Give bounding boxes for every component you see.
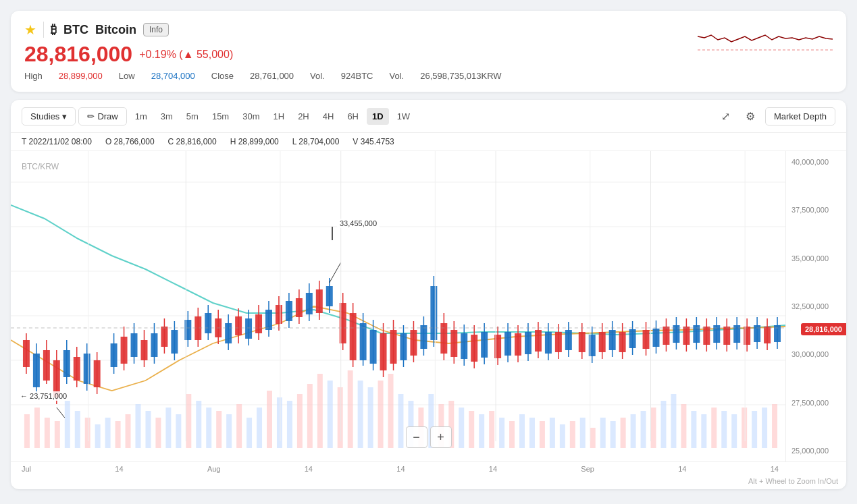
svg-rect-55 [509,421,515,448]
vertical-divider [43,22,44,38]
draw-label: Draw [97,111,118,121]
studies-button[interactable]: Studies ▾ [22,107,76,125]
svg-line-229 [330,262,341,283]
draw-icon: ✏ [87,111,95,121]
info-button[interactable]: Info [143,23,169,36]
current-price-badge: 28,816,000 [801,323,846,335]
market-depth-button[interactable]: Market Depth [765,107,835,125]
svg-rect-11 [65,401,70,448]
svg-rect-51 [469,411,474,448]
ohlcv-T: T 2022/11/02 08:00 [22,137,92,146]
svg-rect-79 [752,411,757,448]
low-value: 28,704,000 [151,71,195,81]
chart-card: Studies ▾ ✏ Draw 1m 3m 5m 15m 30m 1H 2H … [11,100,846,489]
x-label-14c: 14 [489,465,497,473]
x-label-14b: 14 [305,465,313,473]
min-price-label: ← 23,751,000 [18,391,70,401]
expand-icon-btn[interactable]: ⤢ [717,107,735,125]
change-pct: +0.19% [139,49,176,60]
settings-icon-btn[interactable]: ⚙ [741,107,760,125]
svg-rect-69 [651,408,656,448]
star-icon[interactable]: ★ [24,22,36,38]
tf-6h[interactable]: 6H [342,108,364,125]
high-label: High [24,71,43,81]
draw-button[interactable]: ✏ Draw [78,107,126,125]
ohlcv-L: L 28,704,000 [292,137,340,146]
peak-arrow [332,227,333,240]
toolbar-right: ⤢ ⚙ Market Depth [717,107,835,125]
chart-canvas-area[interactable]: BTC/KRW [11,151,846,461]
x-label-aug: Aug [207,465,221,473]
svg-rect-15 [105,418,111,448]
svg-rect-26 [216,411,222,448]
ohlcv-bar: T 2022/11/02 08:00 O 28,766,000 C 28,816… [11,133,846,151]
mini-sparkline [698,23,833,63]
svg-rect-36 [317,374,323,448]
tf-5m[interactable]: 5m [181,108,204,125]
tf-15m[interactable]: 15m [207,108,234,125]
x-label-jul: Jul [22,465,31,473]
svg-rect-16 [115,421,121,448]
svg-rect-43 [388,374,394,448]
svg-rect-40 [358,381,363,448]
svg-rect-18 [136,404,141,448]
svg-rect-39 [348,370,353,448]
price-stats: High 28,899,000 Low 28,704,000 Close 28,… [24,71,833,81]
tf-1m[interactable]: 1m [130,108,153,125]
tf-4h[interactable]: 4H [317,108,340,125]
btc-icon: ₿ [51,23,57,37]
x-label-14a: 14 [115,465,123,473]
svg-rect-57 [529,418,535,448]
svg-rect-76 [721,411,727,448]
svg-rect-42 [378,381,384,448]
svg-rect-62 [580,418,586,448]
y-label-4: 32,500,000 [791,302,841,310]
tf-2h[interactable]: 2H [292,108,315,125]
y-label-3: 35,000,000 [791,254,841,262]
high-value: 28,899,000 [59,71,103,81]
tf-3m[interactable]: 3m [155,108,178,125]
svg-rect-61 [570,421,575,448]
tf-1w[interactable]: 1W [392,108,416,125]
svg-rect-50 [459,408,464,448]
svg-rect-75 [711,408,717,448]
svg-rect-24 [196,401,201,448]
ticker-symbol: BTC [63,23,88,37]
change-abs: 55,000 [197,49,230,60]
ohlcv-C: C 28,816,000 [168,137,217,146]
close-value: 28,761,000 [250,71,294,81]
zoom-in-button[interactable]: + [430,426,452,448]
svg-rect-64 [600,418,606,448]
svg-rect-21 [165,408,171,448]
current-price: 28,816,000 [24,42,132,67]
y-label-1: 40,000,000 [791,158,841,166]
x-label-14d: 14 [678,465,686,473]
vol2-value: 26,598,735,013KRW [420,71,501,81]
x-axis: Jul 14 Aug 14 14 14 Sep 14 14 [11,461,846,476]
svg-rect-8 [34,408,40,448]
svg-rect-17 [126,414,131,448]
svg-rect-30 [257,408,262,448]
svg-rect-44 [398,394,404,448]
svg-rect-60 [560,424,565,448]
ticker-info-card: ★ ₿ BTC Bitcoin Info 28,816,000 +0.19% (… [11,11,846,92]
y-label-5: 30,000,000 [791,350,841,358]
y-label-2: 37,500,000 [791,206,841,214]
svg-rect-80 [762,408,767,448]
svg-rect-27 [226,414,232,448]
svg-rect-74 [701,414,706,448]
svg-rect-67 [631,414,636,448]
tf-30m[interactable]: 30m [237,108,265,125]
tf-1d[interactable]: 1D [367,108,389,125]
svg-rect-54 [499,418,504,448]
zoom-out-button[interactable]: − [406,426,427,448]
svg-rect-72 [681,404,686,448]
svg-line-230 [57,408,65,418]
svg-rect-65 [611,421,616,448]
y-label-7: 25,000,000 [791,447,841,455]
svg-rect-81 [772,404,777,448]
tf-1h[interactable]: 1H [268,108,290,125]
svg-rect-32 [277,397,282,448]
svg-rect-77 [731,414,737,448]
svg-rect-14 [95,424,101,448]
